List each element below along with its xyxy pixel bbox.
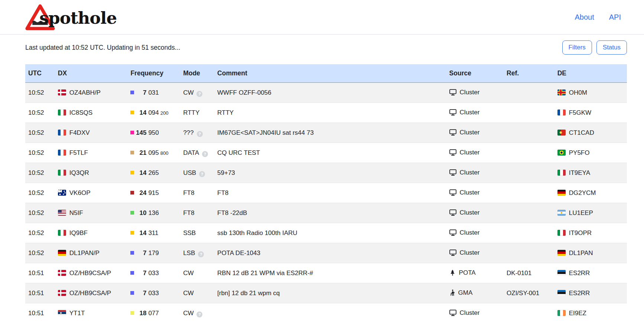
de-callsign: IT9EYA <box>569 169 590 176</box>
flag-rs-icon <box>58 310 66 316</box>
de-callsign: PY5FO <box>569 149 590 156</box>
monitor-icon <box>449 310 456 318</box>
logo[interactable]: spothole <box>25 4 117 31</box>
column-header-dx: DX <box>55 64 128 83</box>
source-cell: GMA <box>446 283 504 303</box>
source-cell: Cluster <box>446 123 504 143</box>
source-label: Cluster <box>460 229 480 236</box>
mode-help-icon[interactable]: ? <box>197 131 203 137</box>
mode-label: SSB <box>183 229 196 236</box>
source-cell: Cluster <box>446 103 504 123</box>
mode-label: CW <box>183 310 193 317</box>
de-cell: LU1EEP <box>554 203 627 223</box>
flag-fr-icon <box>58 130 66 136</box>
ref-cell <box>504 123 554 143</box>
mode-label: FT8 <box>183 189 194 196</box>
band-color-icon <box>130 111 134 114</box>
frequency-khz: 265 <box>148 169 159 176</box>
de-cell: DG2YCM <box>554 183 627 203</box>
source-label: Cluster <box>460 209 480 216</box>
frequency-khz: 094 <box>148 109 159 116</box>
spot-row: 10:51YT1T18077CW?ClusterEI9EZ <box>25 303 627 323</box>
mode-help-icon[interactable]: ? <box>198 251 204 257</box>
band-color-icon <box>130 191 134 195</box>
source-cell: Cluster <box>446 163 504 183</box>
source-label: POTA <box>459 269 476 276</box>
flag-dk-icon <box>58 290 66 296</box>
flag-de-icon <box>58 250 66 256</box>
frequency-cell: 21095800 <box>127 143 180 163</box>
comment-cell: 59+73 <box>214 163 446 183</box>
frequency-cell: 7179 <box>127 243 180 263</box>
de-callsign: OH0M <box>569 89 587 96</box>
frequency-khz: 136 <box>148 209 159 216</box>
spot-row: 10:51OZ/HB9CSA/P7033CWRBN 12 dB 21 WPM v… <box>25 263 627 283</box>
dx-callsign: VK6OP <box>69 189 91 196</box>
spot-row: 10:52IQ9BF14311SSBssb 130th Radio 100th … <box>25 223 627 243</box>
mode-cell: FT8 <box>180 203 214 223</box>
frequency-khz: 033 <box>148 290 159 297</box>
band-color-icon <box>130 291 134 295</box>
source-label: Cluster <box>460 129 480 136</box>
dx-callsign: IQ9BF <box>69 229 88 236</box>
mode-help-icon[interactable]: ? <box>196 91 202 97</box>
nav-about[interactable]: About <box>575 13 594 22</box>
hiker-icon <box>449 290 455 298</box>
frequency-mhz: 14 <box>134 229 146 237</box>
dx-cell: OZ/HB9CSA/P <box>55 263 128 283</box>
frequency-cell: 145950 <box>127 123 180 143</box>
frequency-cell: 7033 <box>127 283 180 303</box>
dx-cell: IQ9BF <box>55 223 128 243</box>
spots-table-container: UTCDXFrequencyModeCommentSourceRef.DE 10… <box>25 64 627 323</box>
de-callsign: DL1PAN <box>569 249 593 257</box>
dx-callsign: OZ/HB9CSA/P <box>69 270 111 277</box>
flag-dk-icon <box>58 270 66 276</box>
frequency-mhz: 21 <box>134 149 146 157</box>
nav-api[interactable]: API <box>609 13 621 22</box>
dx-cell: IC8SQS <box>55 103 128 123</box>
band-color-icon <box>130 171 134 174</box>
mode-help-icon[interactable]: ? <box>202 151 208 157</box>
status-button[interactable]: Status <box>596 40 627 55</box>
monitor-icon <box>449 189 456 198</box>
dx-cell: N5IF <box>55 203 128 223</box>
source-cell: Cluster <box>446 203 504 223</box>
flag-br-icon <box>557 150 566 156</box>
frequency-cell: 24915 <box>127 183 180 203</box>
flag-ar-icon <box>557 210 566 216</box>
dx-cell: F5TLF <box>55 143 128 163</box>
flag-ee-icon <box>557 290 566 296</box>
band-color-icon <box>130 91 134 94</box>
de-callsign: ES2RR <box>569 270 590 277</box>
ref-cell: DK-0101 <box>504 263 554 283</box>
ref-cell <box>504 143 554 163</box>
frequency-cell: 18077 <box>127 303 180 323</box>
top-nav: About API <box>575 13 621 22</box>
flag-de-icon <box>557 250 566 256</box>
comment-cell: FT8 <box>214 183 446 203</box>
de-callsign: IT9OPR <box>569 229 592 236</box>
frequency-hz: 200 <box>160 110 169 116</box>
dx-callsign: DL1PAN/P <box>69 249 100 257</box>
utc-cell: 10:52 <box>25 123 55 143</box>
band-color-icon <box>130 131 134 134</box>
utc-cell: 10:52 <box>25 223 55 243</box>
de-cell: ES2RR <box>554 263 627 283</box>
last-updated-text: Last updated at 10:52 UTC. Updating in 5… <box>25 44 180 52</box>
band-color-icon <box>130 211 134 215</box>
source-label: Cluster <box>460 189 480 196</box>
ref-cell <box>504 223 554 243</box>
monitor-icon <box>449 169 456 178</box>
mode-help-icon[interactable]: ? <box>196 311 202 317</box>
mode-label: RTTY <box>183 109 199 116</box>
mode-help-icon[interactable]: ? <box>199 171 205 177</box>
filters-button[interactable]: Filters <box>562 40 592 55</box>
comment-cell: IM67GE<SAT>JN04IU sat rs44 73 <box>214 123 446 143</box>
mode-cell: FT8 <box>180 183 214 203</box>
source-cell: Cluster <box>446 183 504 203</box>
column-header-frequency: Frequency <box>127 64 180 83</box>
monitor-icon <box>449 109 456 118</box>
mode-cell: CW <box>180 283 214 303</box>
de-callsign: DG2YCM <box>569 189 596 196</box>
dx-callsign: YT1T <box>69 310 85 317</box>
